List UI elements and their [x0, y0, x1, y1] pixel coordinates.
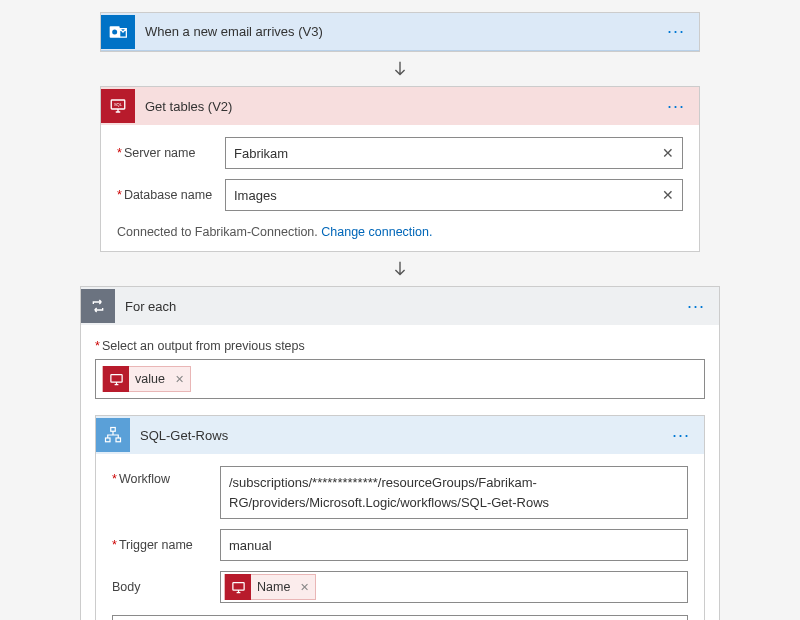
- trigger-name-label: *Trigger name: [112, 538, 220, 552]
- server-name-label: *Server name: [117, 146, 225, 160]
- database-name-input[interactable]: Images ✕: [225, 179, 683, 211]
- svg-rect-4: [110, 374, 121, 382]
- get-tables-title: Get tables (V2): [145, 99, 663, 114]
- svg-text:SQL: SQL: [114, 102, 123, 107]
- database-name-label: *Database name: [117, 188, 225, 202]
- for-each-header[interactable]: For each ···: [81, 287, 719, 325]
- for-each-menu-icon[interactable]: ···: [683, 296, 709, 317]
- sql-get-rows-body: *Workflow /subscriptions/*************/r…: [96, 454, 704, 620]
- add-parameter-dropdown[interactable]: Add new parameter ⌄: [112, 615, 688, 620]
- get-tables-header[interactable]: SQL Get tables (V2) ···: [101, 87, 699, 125]
- server-name-input[interactable]: Fabrikam ✕: [225, 137, 683, 169]
- sql-get-rows-title: SQL-Get-Rows: [140, 428, 668, 443]
- clear-icon[interactable]: ✕: [662, 187, 674, 203]
- svg-point-1: [112, 29, 117, 34]
- outlook-icon: [101, 15, 135, 49]
- body-input[interactable]: Name ✕: [220, 571, 688, 603]
- for-each-title: For each: [125, 299, 683, 314]
- svg-rect-8: [232, 582, 243, 590]
- value-token: value ✕: [102, 366, 191, 392]
- for-each-body: *Select an output from previous steps va…: [81, 325, 719, 620]
- change-connection-link[interactable]: Change connection.: [321, 225, 432, 239]
- get-tables-body: *Server name Fabrikam ✕ *Database name I…: [101, 125, 699, 251]
- trigger-card: When a new email arrives (V3) ···: [100, 12, 700, 52]
- select-output-label: *Select an output from previous steps: [95, 339, 705, 353]
- trigger-name-input[interactable]: manual: [220, 529, 688, 561]
- trigger-header[interactable]: When a new email arrives (V3) ···: [101, 13, 699, 51]
- sql-icon: SQL: [101, 89, 135, 123]
- svg-rect-7: [116, 438, 121, 442]
- select-output-input[interactable]: value ✕: [95, 359, 705, 399]
- sql-get-rows-menu-icon[interactable]: ···: [668, 425, 694, 446]
- workflow-label: *Workflow: [112, 466, 220, 486]
- trigger-title: When a new email arrives (V3): [145, 24, 663, 39]
- sql-icon: [103, 366, 129, 392]
- sql-get-rows-header[interactable]: SQL-Get-Rows ···: [96, 416, 704, 454]
- arrow-down-icon: [389, 258, 411, 280]
- workflow-input[interactable]: /subscriptions/*************/resourceGro…: [220, 466, 688, 519]
- get-tables-card: SQL Get tables (V2) ··· *Server name Fab…: [100, 86, 700, 252]
- sql-get-rows-card: SQL-Get-Rows ··· *Workflow /subscription…: [95, 415, 705, 620]
- remove-token-icon[interactable]: ✕: [169, 373, 190, 386]
- remove-token-icon[interactable]: ✕: [294, 581, 315, 594]
- trigger-menu-icon[interactable]: ···: [663, 21, 689, 42]
- for-each-card: For each ··· *Select an output from prev…: [80, 286, 720, 620]
- sql-icon: [225, 574, 251, 600]
- arrow-down-icon: [389, 58, 411, 80]
- connection-info: Connected to Fabrikam-Connection. Change…: [117, 221, 683, 239]
- loop-icon: [81, 289, 115, 323]
- get-tables-menu-icon[interactable]: ···: [663, 96, 689, 117]
- name-token: Name ✕: [224, 574, 316, 600]
- body-label: Body: [112, 580, 220, 594]
- svg-rect-6: [106, 438, 111, 442]
- svg-rect-5: [111, 428, 116, 432]
- clear-icon[interactable]: ✕: [662, 145, 674, 161]
- workflow-icon: [96, 418, 130, 452]
